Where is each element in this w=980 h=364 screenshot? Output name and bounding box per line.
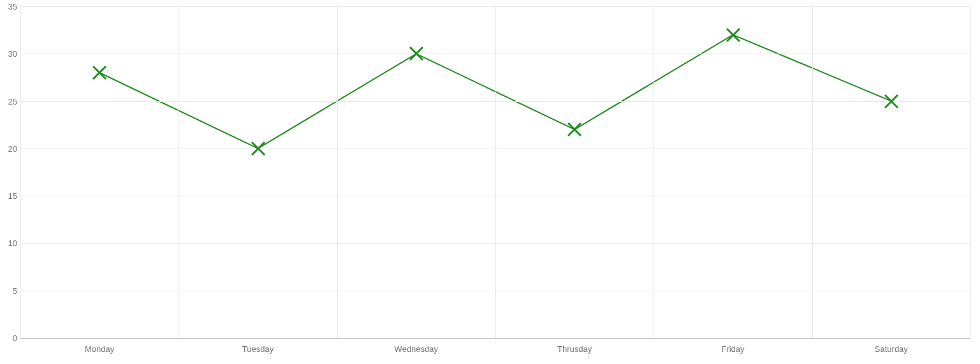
x-tick-label: Tuesday: [242, 344, 274, 354]
gridline-vertical: [970, 6, 971, 338]
data-point-marker: [725, 27, 742, 43]
x-tick-label: Thrusday: [557, 344, 592, 354]
x-tick-label: Monday: [85, 344, 114, 354]
y-tick-label: 20: [8, 143, 17, 153]
y-tick-label: 30: [8, 49, 17, 59]
data-point-marker: [566, 121, 583, 138]
data-point-marker: [250, 140, 267, 157]
data-point-marker: [883, 93, 900, 110]
gridline-vertical: [812, 6, 813, 338]
gridline-vertical: [20, 6, 21, 338]
y-tick-label: 5: [13, 286, 17, 295]
plot-area: [20, 6, 970, 338]
y-tick-label: 10: [8, 238, 17, 248]
data-point-marker: [91, 64, 108, 81]
y-tick-label: 0: [13, 333, 17, 343]
data-point-marker: [408, 45, 425, 62]
gridline-vertical: [654, 6, 654, 338]
line-chart: 05101520253035MondayTuesdayWednesdayThru…: [0, 0, 980, 364]
x-tick-label: Saturday: [875, 344, 908, 354]
gridline-horizontal: [20, 338, 970, 339]
gridline-vertical: [179, 6, 179, 338]
y-tick-label: 35: [8, 2, 17, 11]
y-tick-label: 25: [8, 96, 17, 106]
gridline-vertical: [337, 6, 338, 338]
x-tick-label: Wednesday: [395, 344, 438, 354]
x-tick-label: Friday: [721, 344, 744, 354]
gridline-vertical: [495, 6, 496, 338]
y-tick-label: 15: [8, 191, 17, 201]
